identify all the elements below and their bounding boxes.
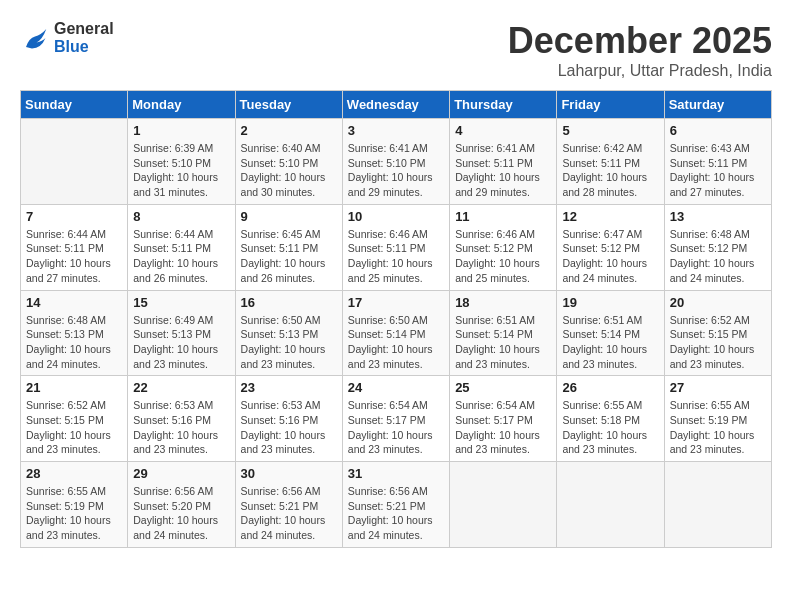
day-number: 16	[241, 295, 337, 310]
day-info: Sunrise: 6:53 AMSunset: 5:16 PMDaylight:…	[241, 398, 337, 457]
calendar-header-row: SundayMondayTuesdayWednesdayThursdayFrid…	[21, 91, 772, 119]
day-number: 11	[455, 209, 551, 224]
calendar-cell	[21, 119, 128, 205]
day-info: Sunrise: 6:50 AMSunset: 5:13 PMDaylight:…	[241, 313, 337, 372]
calendar-cell: 21Sunrise: 6:52 AMSunset: 5:15 PMDayligh…	[21, 376, 128, 462]
day-info: Sunrise: 6:46 AMSunset: 5:12 PMDaylight:…	[455, 227, 551, 286]
day-info: Sunrise: 6:45 AMSunset: 5:11 PMDaylight:…	[241, 227, 337, 286]
calendar-cell: 10Sunrise: 6:46 AMSunset: 5:11 PMDayligh…	[342, 204, 449, 290]
calendar-cell	[664, 462, 771, 548]
month-title: December 2025	[508, 20, 772, 62]
day-number: 29	[133, 466, 229, 481]
calendar-cell: 12Sunrise: 6:47 AMSunset: 5:12 PMDayligh…	[557, 204, 664, 290]
calendar-cell	[557, 462, 664, 548]
calendar-cell: 9Sunrise: 6:45 AMSunset: 5:11 PMDaylight…	[235, 204, 342, 290]
calendar-cell: 4Sunrise: 6:41 AMSunset: 5:11 PMDaylight…	[450, 119, 557, 205]
calendar-cell: 24Sunrise: 6:54 AMSunset: 5:17 PMDayligh…	[342, 376, 449, 462]
day-info: Sunrise: 6:46 AMSunset: 5:11 PMDaylight:…	[348, 227, 444, 286]
day-number: 3	[348, 123, 444, 138]
calendar-cell: 17Sunrise: 6:50 AMSunset: 5:14 PMDayligh…	[342, 290, 449, 376]
day-info: Sunrise: 6:54 AMSunset: 5:17 PMDaylight:…	[348, 398, 444, 457]
calendar-cell: 8Sunrise: 6:44 AMSunset: 5:11 PMDaylight…	[128, 204, 235, 290]
calendar-cell: 30Sunrise: 6:56 AMSunset: 5:21 PMDayligh…	[235, 462, 342, 548]
day-info: Sunrise: 6:47 AMSunset: 5:12 PMDaylight:…	[562, 227, 658, 286]
day-info: Sunrise: 6:39 AMSunset: 5:10 PMDaylight:…	[133, 141, 229, 200]
day-number: 25	[455, 380, 551, 395]
calendar-week-row: 21Sunrise: 6:52 AMSunset: 5:15 PMDayligh…	[21, 376, 772, 462]
day-number: 23	[241, 380, 337, 395]
calendar-cell: 23Sunrise: 6:53 AMSunset: 5:16 PMDayligh…	[235, 376, 342, 462]
calendar-cell: 18Sunrise: 6:51 AMSunset: 5:14 PMDayligh…	[450, 290, 557, 376]
calendar-cell: 14Sunrise: 6:48 AMSunset: 5:13 PMDayligh…	[21, 290, 128, 376]
calendar-week-row: 7Sunrise: 6:44 AMSunset: 5:11 PMDaylight…	[21, 204, 772, 290]
day-number: 15	[133, 295, 229, 310]
calendar-cell: 27Sunrise: 6:55 AMSunset: 5:19 PMDayligh…	[664, 376, 771, 462]
day-info: Sunrise: 6:42 AMSunset: 5:11 PMDaylight:…	[562, 141, 658, 200]
day-info: Sunrise: 6:55 AMSunset: 5:19 PMDaylight:…	[26, 484, 122, 543]
day-number: 27	[670, 380, 766, 395]
day-info: Sunrise: 6:48 AMSunset: 5:13 PMDaylight:…	[26, 313, 122, 372]
calendar-cell: 15Sunrise: 6:49 AMSunset: 5:13 PMDayligh…	[128, 290, 235, 376]
day-number: 19	[562, 295, 658, 310]
logo: General Blue	[20, 20, 114, 56]
title-block: December 2025 Laharpur, Uttar Pradesh, I…	[508, 20, 772, 80]
day-info: Sunrise: 6:56 AMSunset: 5:20 PMDaylight:…	[133, 484, 229, 543]
calendar-cell: 3Sunrise: 6:41 AMSunset: 5:10 PMDaylight…	[342, 119, 449, 205]
day-info: Sunrise: 6:52 AMSunset: 5:15 PMDaylight:…	[670, 313, 766, 372]
calendar-cell: 16Sunrise: 6:50 AMSunset: 5:13 PMDayligh…	[235, 290, 342, 376]
calendar-week-row: 14Sunrise: 6:48 AMSunset: 5:13 PMDayligh…	[21, 290, 772, 376]
weekday-header: Wednesday	[342, 91, 449, 119]
calendar-cell: 2Sunrise: 6:40 AMSunset: 5:10 PMDaylight…	[235, 119, 342, 205]
calendar-cell: 6Sunrise: 6:43 AMSunset: 5:11 PMDaylight…	[664, 119, 771, 205]
calendar-cell: 11Sunrise: 6:46 AMSunset: 5:12 PMDayligh…	[450, 204, 557, 290]
day-number: 30	[241, 466, 337, 481]
day-info: Sunrise: 6:49 AMSunset: 5:13 PMDaylight:…	[133, 313, 229, 372]
day-number: 12	[562, 209, 658, 224]
day-number: 17	[348, 295, 444, 310]
day-number: 20	[670, 295, 766, 310]
day-info: Sunrise: 6:41 AMSunset: 5:11 PMDaylight:…	[455, 141, 551, 200]
calendar-table: SundayMondayTuesdayWednesdayThursdayFrid…	[20, 90, 772, 548]
day-info: Sunrise: 6:56 AMSunset: 5:21 PMDaylight:…	[241, 484, 337, 543]
day-info: Sunrise: 6:40 AMSunset: 5:10 PMDaylight:…	[241, 141, 337, 200]
day-info: Sunrise: 6:56 AMSunset: 5:21 PMDaylight:…	[348, 484, 444, 543]
weekday-header: Saturday	[664, 91, 771, 119]
day-number: 2	[241, 123, 337, 138]
day-number: 5	[562, 123, 658, 138]
calendar-cell: 31Sunrise: 6:56 AMSunset: 5:21 PMDayligh…	[342, 462, 449, 548]
weekday-header: Sunday	[21, 91, 128, 119]
day-number: 10	[348, 209, 444, 224]
day-info: Sunrise: 6:51 AMSunset: 5:14 PMDaylight:…	[562, 313, 658, 372]
weekday-header: Thursday	[450, 91, 557, 119]
weekday-header: Monday	[128, 91, 235, 119]
calendar-cell: 20Sunrise: 6:52 AMSunset: 5:15 PMDayligh…	[664, 290, 771, 376]
day-number: 28	[26, 466, 122, 481]
day-info: Sunrise: 6:51 AMSunset: 5:14 PMDaylight:…	[455, 313, 551, 372]
calendar-cell: 26Sunrise: 6:55 AMSunset: 5:18 PMDayligh…	[557, 376, 664, 462]
calendar-cell: 19Sunrise: 6:51 AMSunset: 5:14 PMDayligh…	[557, 290, 664, 376]
day-number: 22	[133, 380, 229, 395]
day-info: Sunrise: 6:53 AMSunset: 5:16 PMDaylight:…	[133, 398, 229, 457]
day-number: 6	[670, 123, 766, 138]
day-info: Sunrise: 6:48 AMSunset: 5:12 PMDaylight:…	[670, 227, 766, 286]
day-info: Sunrise: 6:50 AMSunset: 5:14 PMDaylight:…	[348, 313, 444, 372]
calendar-cell: 13Sunrise: 6:48 AMSunset: 5:12 PMDayligh…	[664, 204, 771, 290]
calendar-cell: 28Sunrise: 6:55 AMSunset: 5:19 PMDayligh…	[21, 462, 128, 548]
day-number: 7	[26, 209, 122, 224]
day-number: 24	[348, 380, 444, 395]
calendar-cell	[450, 462, 557, 548]
day-info: Sunrise: 6:41 AMSunset: 5:10 PMDaylight:…	[348, 141, 444, 200]
day-number: 1	[133, 123, 229, 138]
day-number: 9	[241, 209, 337, 224]
day-number: 4	[455, 123, 551, 138]
day-info: Sunrise: 6:54 AMSunset: 5:17 PMDaylight:…	[455, 398, 551, 457]
day-info: Sunrise: 6:55 AMSunset: 5:19 PMDaylight:…	[670, 398, 766, 457]
calendar-cell: 1Sunrise: 6:39 AMSunset: 5:10 PMDaylight…	[128, 119, 235, 205]
day-number: 26	[562, 380, 658, 395]
location-subtitle: Laharpur, Uttar Pradesh, India	[508, 62, 772, 80]
calendar-cell: 5Sunrise: 6:42 AMSunset: 5:11 PMDaylight…	[557, 119, 664, 205]
logo-icon	[20, 23, 50, 53]
day-info: Sunrise: 6:52 AMSunset: 5:15 PMDaylight:…	[26, 398, 122, 457]
day-number: 21	[26, 380, 122, 395]
weekday-header: Friday	[557, 91, 664, 119]
